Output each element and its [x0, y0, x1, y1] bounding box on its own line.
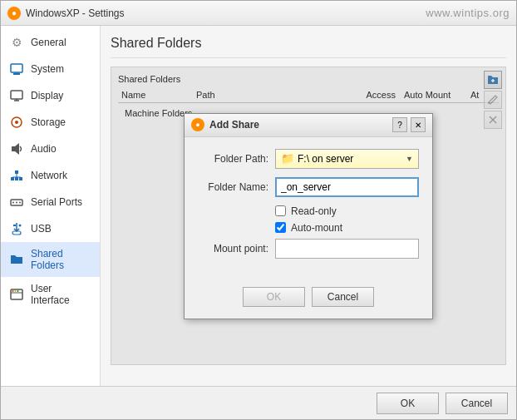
shared-folders-panel: Shared Folders Name Path Access Auto Mou… — [111, 67, 506, 365]
ok-button[interactable]: OK — [377, 393, 439, 414]
system-icon — [9, 62, 24, 77]
automount-checkbox[interactable] — [275, 222, 286, 233]
mount-point-input[interactable] — [275, 239, 419, 259]
folder-name-row: Folder Name: — [198, 177, 419, 197]
automount-label: Auto-mount — [291, 222, 342, 234]
user-interface-icon — [9, 287, 24, 302]
sidebar-item-user-interface[interactable]: User Interface — [1, 277, 100, 312]
svg-point-30 — [17, 290, 19, 292]
sidebar-label-display: Display — [31, 90, 63, 101]
sidebar-item-network[interactable]: Network — [1, 162, 100, 189]
folder-path-label: Folder Path: — [198, 153, 268, 165]
sidebar-label-user-interface: User Interface — [31, 283, 91, 306]
readonly-row: Read-only — [198, 205, 419, 217]
general-icon: ⚙ — [9, 35, 24, 50]
sidebar-label-usb: USB — [31, 223, 52, 235]
svg-marker-9 — [15, 143, 19, 155]
sidebar-label-network: Network — [31, 170, 67, 181]
sidebar-label-serial-ports: Serial Ports — [31, 196, 82, 208]
mount-point-label: Mount point: — [198, 243, 268, 254]
sidebar-label-audio: Audio — [31, 143, 57, 155]
folder-path-control: 📁 F:\ on server ▼ — [275, 149, 419, 169]
cancel-button[interactable]: Cancel — [446, 393, 508, 414]
modal-controls: ? ✕ — [392, 117, 426, 132]
svg-point-21 — [19, 202, 21, 204]
folder-path-icon: 📁 — [281, 152, 294, 165]
svg-rect-3 — [11, 91, 22, 99]
folder-path-value: F:\ on server — [298, 153, 402, 165]
dialog-ok-button[interactable]: OK — [243, 287, 305, 307]
sidebar-item-system[interactable]: System — [1, 56, 100, 82]
mount-point-control — [275, 239, 419, 259]
automount-row: Auto-mount — [198, 222, 419, 234]
titlebar: ● WindowsXP - Settings www.wintips.org — [1, 1, 516, 26]
sidebar-label-storage: Storage — [31, 116, 66, 128]
display-icon — [9, 88, 24, 103]
modal-close-button[interactable]: ✕ — [411, 117, 426, 132]
readonly-checkbox[interactable] — [275, 205, 286, 216]
svg-point-29 — [15, 290, 17, 292]
add-share-dialog: ● Add Share ? ✕ Folder Path: — [184, 113, 433, 319]
folder-path-select[interactable]: 📁 F:\ on server ▼ — [275, 149, 419, 169]
svg-rect-0 — [11, 64, 22, 72]
svg-rect-12 — [19, 177, 22, 180]
watermark: www.wintips.org — [426, 7, 510, 19]
sidebar-item-usb[interactable]: USB — [1, 215, 100, 242]
sidebar-item-audio[interactable]: Audio — [1, 136, 100, 162]
main-content: ⚙ General System Display Storage — [1, 26, 516, 386]
svg-point-19 — [12, 202, 14, 204]
serial-ports-icon — [9, 195, 24, 210]
sidebar-label-shared-folders: Shared Folders — [31, 248, 91, 271]
titlebar-title: WindowsXP - Settings — [26, 7, 421, 19]
modal-titlebar: ● Add Share ? ✕ — [185, 114, 432, 137]
dialog-cancel-button[interactable]: Cancel — [312, 287, 374, 307]
folder-name-label: Folder Name: — [198, 181, 268, 193]
app-icon: ● — [7, 7, 21, 20]
svg-rect-13 — [15, 170, 18, 174]
sidebar-item-storage[interactable]: Storage — [1, 109, 100, 136]
sidebar-label-system: System — [31, 63, 64, 75]
sidebar-item-general[interactable]: ⚙ General — [1, 29, 100, 56]
settings-window: ● WindowsXP - Settings www.wintips.org ⚙… — [0, 0, 517, 420]
svg-point-28 — [12, 290, 14, 292]
svg-rect-8 — [12, 146, 15, 151]
svg-point-7 — [15, 121, 18, 124]
svg-point-20 — [16, 202, 17, 204]
svg-rect-10 — [11, 177, 14, 180]
sidebar-item-serial-ports[interactable]: Serial Ports — [1, 189, 100, 215]
folder-name-control — [275, 177, 419, 197]
usb-icon — [9, 221, 24, 236]
sidebar-item-shared-folders[interactable]: Shared Folders — [1, 242, 100, 277]
readonly-label: Read-only — [291, 205, 337, 217]
audio-icon — [9, 141, 24, 156]
modal-footer: OK Cancel — [185, 279, 432, 319]
folder-path-arrow: ▼ — [406, 155, 413, 163]
mount-point-row: Mount point: — [198, 239, 419, 259]
modal-body: Folder Path: 📁 F:\ on server ▼ — [185, 137, 432, 279]
network-icon — [9, 168, 24, 183]
folder-path-row: Folder Path: 📁 F:\ on server ▼ — [198, 149, 419, 169]
bottom-bar: OK Cancel — [1, 386, 516, 419]
svg-point-25 — [19, 225, 22, 227]
content-area: Shared Folders Shared Folders Name Path … — [101, 26, 516, 386]
svg-rect-24 — [13, 225, 16, 226]
page-title: Shared Folders — [111, 36, 506, 58]
modal-help-button[interactable]: ? — [392, 117, 407, 132]
sidebar: ⚙ General System Display Storage — [1, 26, 101, 386]
storage-icon — [9, 115, 24, 130]
sidebar-label-general: General — [31, 37, 66, 48]
modal-app-icon: ● — [191, 118, 204, 131]
shared-folders-icon — [9, 252, 24, 267]
svg-rect-11 — [15, 177, 18, 180]
folder-name-input[interactable] — [275, 177, 419, 197]
modal-title: Add Share — [209, 119, 387, 131]
sidebar-item-display[interactable]: Display — [1, 82, 100, 109]
modal-overlay: ● Add Share ? ✕ Folder Path: — [111, 67, 505, 364]
